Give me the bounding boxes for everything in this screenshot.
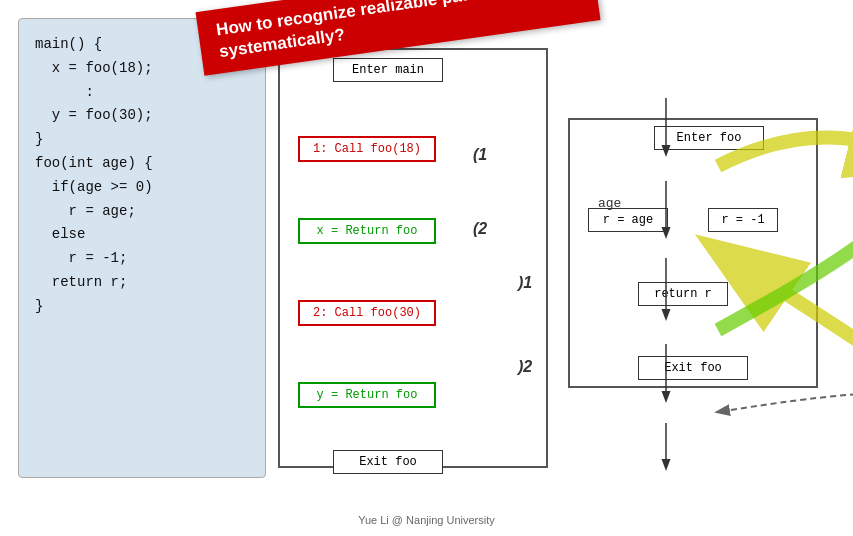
foo-cfg-box <box>568 118 818 388</box>
node-ret-foo2: y = Return foo <box>298 382 436 408</box>
node-r-neg1: r = -1 <box>708 208 778 232</box>
footer: Yue Li @ Nanjing University <box>0 514 853 526</box>
node-r-age: r = age <box>588 208 668 232</box>
node-call-foo18: 1: Call foo(18) <box>298 136 436 162</box>
diagram-area: Enter main 1: Call foo(18) x = Return fo… <box>278 18 836 508</box>
paren2-close: )2 <box>518 358 532 376</box>
node-return-r: return r <box>638 282 728 306</box>
code-text: main() { x = foo(18); : y = foo(30); } f… <box>35 33 249 319</box>
node-exit-foo: Exit foo <box>638 356 748 380</box>
code-panel: main() { x = foo(18); : y = foo(30); } f… <box>18 18 266 478</box>
node-enter-foo: Enter foo <box>654 126 764 150</box>
node-call-foo30: 2: Call foo(30) <box>298 300 436 326</box>
paren1-open: (1 <box>473 146 487 164</box>
node-exit-main: Exit foo <box>333 450 443 474</box>
slide-container: main() { x = foo(18); : y = foo(30); } f… <box>0 0 853 536</box>
age-label: age <box>598 196 621 211</box>
paren1-close: )1 <box>518 274 532 292</box>
node-ret-foo1: x = Return foo <box>298 218 436 244</box>
paren2-open: (2 <box>473 220 487 238</box>
node-enter-main: Enter main <box>333 58 443 82</box>
